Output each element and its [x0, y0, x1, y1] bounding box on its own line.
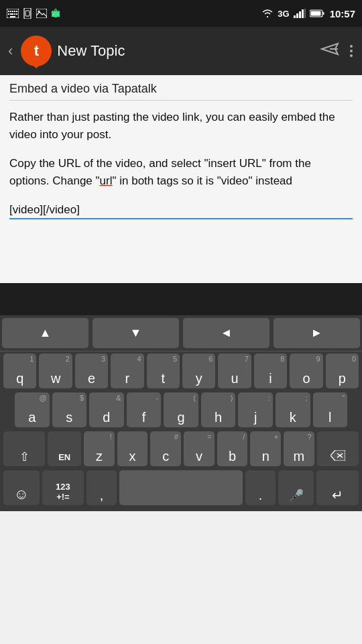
nav-left[interactable]: ◄	[183, 318, 269, 348]
key-b[interactable]: /b	[217, 431, 248, 466]
more-options-button[interactable]	[346, 41, 357, 61]
space-key[interactable]	[119, 470, 243, 505]
svg-rect-23	[294, 15, 296, 18]
wifi-icon	[261, 9, 274, 18]
svg-rect-8	[14, 13, 15, 15]
enter-key[interactable]: ↵	[316, 470, 359, 505]
nav-down[interactable]: ▼	[93, 318, 179, 348]
key-v[interactable]: =v	[184, 431, 215, 466]
status-bar: 3G 10:57	[0, 0, 362, 27]
network-type: 3G	[278, 9, 289, 19]
video-tag[interactable]	[9, 201, 353, 219]
key-x[interactable]: x	[117, 431, 148, 466]
key-o[interactable]: 9o	[290, 354, 322, 388]
svg-point-20	[57, 14, 58, 15]
more-dot-1	[350, 45, 353, 48]
key-e[interactable]: 3e	[75, 354, 108, 388]
nav-up[interactable]: ▲	[2, 318, 88, 348]
key-t[interactable]: 5t	[147, 354, 180, 388]
svg-rect-3	[12, 11, 13, 12]
svg-rect-2	[10, 11, 11, 12]
key-r[interactable]: 4r	[111, 354, 143, 388]
app-bar: ‹ t New Topic	[0, 27, 362, 75]
keyboard: ▲ ▼ ◄ ► 1q 2w 3e 4r 5t 6y 7u 8i 9o 0p @a…	[0, 315, 362, 511]
key-c[interactable]: #c	[150, 431, 181, 466]
key-d[interactable]: &d	[89, 392, 124, 427]
battery-icon	[310, 9, 324, 17]
key-l[interactable]: "l	[313, 392, 348, 427]
svg-rect-9	[16, 13, 17, 15]
emoji-key[interactable]: ☺	[3, 470, 40, 505]
svg-rect-4	[14, 11, 15, 12]
nav-row: ▲ ▼ ◄ ►	[0, 315, 362, 352]
dark-bar	[0, 283, 362, 315]
numbers-key[interactable]: 123+!=	[42, 470, 84, 505]
svg-rect-10	[10, 16, 15, 17]
more-dot-2	[350, 50, 353, 52]
time: 10:57	[330, 8, 355, 19]
svg-rect-26	[302, 9, 304, 18]
svg-rect-29	[310, 11, 320, 16]
page-title: New Topic	[57, 42, 311, 60]
key-row-1: 1q 2w 3e 4r 5t 6y 7u 8i 9o 0p	[0, 352, 362, 390]
svg-rect-24	[296, 13, 298, 18]
svg-rect-30	[322, 12, 324, 15]
svg-rect-5	[16, 11, 17, 12]
svg-line-22	[56, 9, 57, 11]
mic-key[interactable]: 🎤	[278, 470, 314, 505]
key-a[interactable]: @a	[15, 392, 50, 427]
svg-rect-25	[299, 11, 301, 18]
svg-rect-1	[8, 11, 9, 12]
nav-right[interactable]: ►	[274, 318, 360, 348]
backspace-key[interactable]	[317, 431, 359, 466]
status-right-icons: 3G 10:57	[261, 8, 355, 19]
backspace-icon	[330, 450, 345, 461]
image-icon	[36, 9, 47, 18]
key-i[interactable]: 8i	[254, 354, 287, 388]
back-button[interactable]: ‹	[5, 40, 15, 62]
signal-icon	[294, 9, 306, 18]
svg-rect-27	[304, 9, 306, 18]
key-k[interactable]: ;k	[276, 392, 310, 427]
video-tag-input[interactable]	[9, 202, 353, 219]
period-key[interactable]: .	[245, 470, 276, 505]
more-dot-3	[350, 54, 353, 57]
key-j[interactable]: :j	[238, 392, 273, 427]
key-p[interactable]: 0p	[326, 354, 359, 388]
svg-point-19	[54, 14, 55, 15]
svg-rect-7	[10, 13, 13, 15]
key-row-3: ⇧ EN !z x #c =v /b +n ?m	[0, 429, 362, 468]
key-h[interactable]: )h	[201, 392, 236, 427]
send-button[interactable]	[316, 37, 343, 66]
status-left-icons	[7, 8, 60, 19]
key-g[interactable]: (g	[164, 392, 198, 427]
sim-icon	[23, 8, 32, 19]
key-u[interactable]: 7u	[218, 354, 251, 388]
send-icon	[320, 41, 339, 57]
content-title: Embed a video via Tapatalk	[9, 82, 353, 101]
content-area: Embed a video via Tapatalk Rather than j…	[0, 75, 362, 283]
key-q[interactable]: 1q	[3, 354, 36, 388]
key-m[interactable]: ?m	[284, 431, 314, 466]
url-highlight: url	[100, 174, 113, 187]
key-y[interactable]: 6y	[182, 354, 215, 388]
svg-rect-16	[52, 13, 60, 17]
shift-key[interactable]: ⇧	[3, 431, 45, 466]
android-icon	[51, 8, 60, 19]
paragraph-1: Rather than just pasting the video link,…	[9, 109, 353, 143]
key-en[interactable]: EN	[48, 431, 81, 466]
paragraph-2: Copy the URL of the video, and select "i…	[9, 155, 353, 189]
content-body: Rather than just pasting the video link,…	[9, 109, 353, 219]
tapatalk-logo: t	[21, 36, 52, 66]
key-f[interactable]: -f	[127, 392, 162, 427]
key-n[interactable]: +n	[250, 431, 281, 466]
paragraph-2-part2: " in both tags so it is "video" instead	[112, 174, 292, 187]
svg-marker-33	[330, 450, 345, 461]
bottom-row: ☺ 123+!= , . 🎤 ↵	[0, 468, 362, 511]
comma-key[interactable]: ,	[86, 470, 117, 505]
key-z[interactable]: !z	[84, 431, 115, 466]
key-s[interactable]: $s	[52, 392, 87, 427]
key-w[interactable]: 2w	[39, 354, 72, 388]
key-row-2: @a $s &d -f (g )h :j ;k "l	[0, 390, 362, 429]
app-bar-actions	[316, 37, 357, 66]
